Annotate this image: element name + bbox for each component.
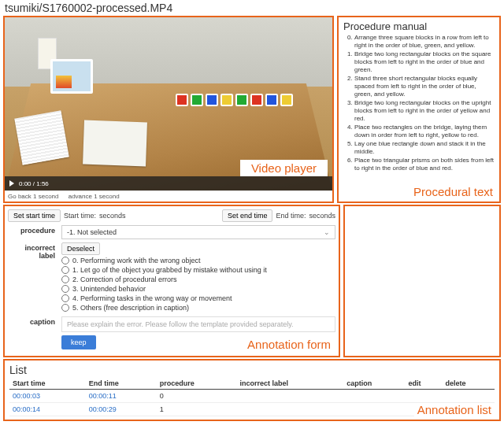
cell-start[interactable]: 00:00:14	[9, 403, 86, 416]
keep-button[interactable]: keep	[61, 335, 96, 349]
incorrect-option[interactable]: 4. Performing tasks in the wrong way or …	[61, 294, 335, 302]
incorrect-option[interactable]: 0. Performing work with the wrong object	[61, 257, 335, 264]
cell-proc: 1	[157, 403, 237, 416]
procedure-heading: Procedure manual	[343, 20, 495, 32]
incorrect-option[interactable]: 2. Correction of procedural errors	[61, 275, 335, 283]
video-time: 0:00 / 1:56	[19, 180, 49, 187]
end-seconds-label: seconds	[309, 212, 335, 220]
annotation-list-panel: List Start time End time procedure incor…	[3, 359, 501, 421]
procedure-step: Bridge two long rectangular blocks on th…	[354, 50, 495, 74]
procedure-select[interactable]: -1. Not selected ⌄	[61, 225, 335, 239]
play-icon[interactable]	[9, 180, 14, 187]
col-edit: edit	[406, 378, 443, 390]
procedure-overlay-label: Procedural text	[410, 185, 496, 198]
list-heading: List	[9, 364, 495, 376]
cell-del[interactable]	[442, 390, 495, 403]
advance-1s-button[interactable]: advance 1 second	[69, 193, 120, 200]
set-start-time-button[interactable]: Set start time	[8, 209, 61, 222]
video-overlay-label: Video player	[240, 160, 328, 176]
procedure-manual-panel: Procedure manual Arrange three square bl…	[337, 16, 501, 203]
col-proc: procedure	[157, 378, 237, 390]
procedure-step: Lay one blue rectangle down and stack it…	[354, 140, 495, 156]
video-frame[interactable]: 0:00 / 1:56 Video player	[5, 17, 332, 190]
col-inc: incorrect label	[236, 378, 343, 390]
cell-cap	[343, 403, 405, 416]
procedure-step: Stand three short rectangular blocks equ…	[354, 75, 495, 98]
set-end-time-button[interactable]: Set end time	[222, 209, 273, 222]
cell-end[interactable]: 00:00:29	[86, 403, 157, 416]
col-start: Start time	[9, 378, 86, 390]
go-back-1s-button[interactable]: Go back 1 second	[8, 193, 58, 200]
cell-edit[interactable]	[406, 390, 443, 403]
video-controls[interactable]: 0:00 / 1:56	[5, 176, 332, 190]
start-seconds-label: seconds	[99, 212, 126, 220]
procedure-step: Place two triangular prisms on both side…	[354, 157, 495, 172]
procedure-step: Bridge two long rectangular blocks on th…	[354, 99, 495, 123]
procedure-field-label: procedure	[8, 225, 55, 235]
end-time-label: End time:	[276, 212, 306, 220]
incorrect-option[interactable]: 3. Unintended behavior	[61, 285, 335, 293]
procedure-step: Arrange three square blocks in a row fro…	[354, 34, 495, 50]
caption-field-label: caption	[8, 316, 55, 326]
col-end: End time	[86, 378, 157, 390]
incorrect-option[interactable]: 1. Let go of the object you grabbed by m…	[61, 266, 335, 274]
video-player-panel: 0:00 / 1:56 Video player Go back 1 secon…	[3, 16, 334, 203]
list-overlay-label: Annotation list	[414, 403, 495, 416]
deselect-button[interactable]: Deselect	[61, 242, 100, 255]
form-overlay-label: Annotation form	[244, 338, 334, 351]
cell-end[interactable]: 00:00:11	[86, 390, 157, 403]
page-title: tsumiki/S1760002-processed.MP4	[0, 0, 504, 16]
col-cap: caption	[343, 378, 405, 390]
incorrect-option[interactable]: 5. Others (free description in caption)	[61, 304, 335, 312]
incorrect-label-field-label: incorrect label	[8, 242, 55, 260]
start-time-label: Start time:	[64, 212, 96, 220]
caption-input[interactable]: Please explain the error. Please follow …	[61, 316, 335, 332]
cell-start[interactable]: 00:00:03	[9, 390, 86, 403]
cell-cap	[343, 390, 405, 403]
col-del: delete	[442, 378, 495, 390]
cell-inc	[236, 403, 343, 416]
table-row: 00:00:0300:00:110	[9, 390, 495, 403]
annotation-form-panel: Set start time Start time: seconds Set e…	[3, 205, 340, 357]
form-side-panel	[343, 205, 501, 357]
chevron-down-icon: ⌄	[324, 228, 330, 236]
cell-proc: 0	[157, 390, 237, 403]
procedure-step: Place two rectangles on the bridge, layi…	[354, 124, 495, 139]
cell-inc	[236, 390, 343, 403]
